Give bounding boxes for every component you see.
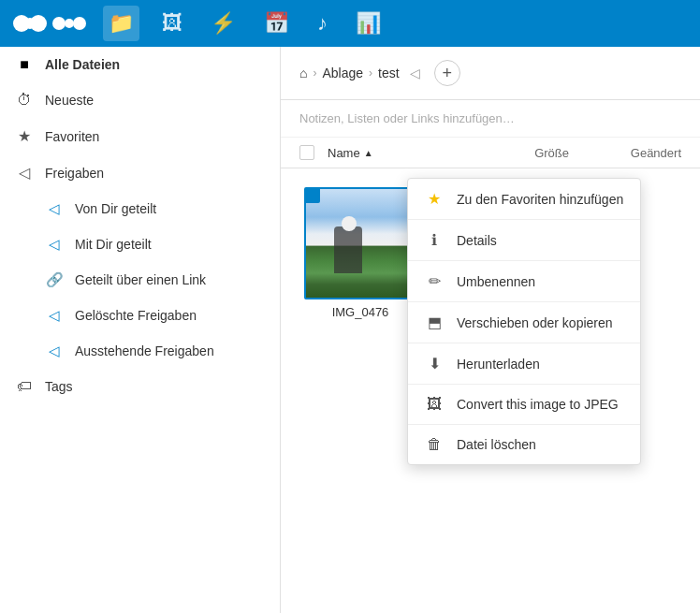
context-menu-item-download[interactable]: ⬇ Herunterladen — [408, 343, 640, 384]
breadcrumb: ⌂ › Ablage › test ◁ + — [281, 47, 700, 100]
trash-icon: 🗑 — [425, 436, 444, 453]
pending-share-icon: ◁ — [45, 343, 64, 359]
sidebar-item-all-files[interactable]: ■ Alle Dateien — [0, 47, 280, 82]
topbar: 📁 🖼 ⚡ 📅 ♪ 📊 — [0, 0, 700, 47]
folder-icon: ■ — [15, 56, 34, 73]
file-name-label: IMG_0476 — [332, 305, 389, 319]
context-menu-item-details[interactable]: ℹ Details — [408, 220, 640, 260]
clock-icon: ⏱ — [15, 92, 34, 109]
breadcrumb-ablage[interactable]: Ablage — [322, 66, 363, 80]
sidebar-item-shared-with-you[interactable]: ◁ Mit Dir geteilt — [19, 226, 280, 262]
image-convert-icon: 🖼 — [425, 396, 444, 413]
breadcrumb-sep-1: › — [313, 66, 316, 80]
sidebar-item-pending-shares[interactable]: ◁ Ausstehende Freigaben — [19, 333, 280, 369]
shares-sub-menu: ◁ Von Dir geteilt ◁ Mit Dir geteilt 🔗 Ge… — [0, 191, 280, 369]
share-by-you-icon: ◁ — [45, 200, 64, 217]
sidebar-item-tags[interactable]: 🏷 Tags — [0, 369, 280, 404]
breadcrumb-home[interactable]: ⌂ — [299, 66, 307, 80]
context-menu-item-delete[interactable]: 🗑 Datei löschen — [408, 425, 640, 464]
sort-icon: ▲ — [364, 148, 373, 158]
context-menu-item-rename[interactable]: ✏ Umbenennen — [408, 261, 640, 301]
size-column-header[interactable]: Größe — [475, 146, 569, 160]
select-all-checkbox[interactable] — [299, 145, 328, 160]
share-with-you-icon: ◁ — [45, 236, 64, 253]
name-column-header[interactable]: Name ▲ — [328, 146, 475, 160]
breadcrumb-sep-2: › — [369, 66, 372, 80]
sidebar-item-recent[interactable]: ⏱ Neueste — [0, 82, 280, 118]
sidebar-item-shared-via-link[interactable]: 🔗 Geteilt über einen Link — [19, 262, 280, 298]
main-content: ⌂ › Ablage › test ◁ + Notizen, Listen od… — [281, 47, 700, 613]
tag-icon: 🏷 — [15, 378, 34, 395]
share-icon: ◁ — [15, 164, 34, 182]
app-logo[interactable] — [9, 11, 86, 36]
favorite-icon: ★ — [425, 190, 444, 208]
stats-nav-icon[interactable]: 📊 — [350, 6, 386, 41]
pencil-icon: ✏ — [425, 272, 444, 290]
breadcrumb-share-icon[interactable]: ◁ — [405, 63, 425, 83]
notes-bar[interactable]: Notizen, Listen oder Links hinzufügen… — [281, 100, 700, 138]
star-icon: ★ — [15, 127, 34, 145]
context-menu-item-convert-jpeg[interactable]: 🖼 Convert this image to JPEG — [408, 385, 640, 424]
sidebar-item-favorites[interactable]: ★ Favoriten — [0, 118, 280, 154]
deleted-share-icon: ◁ — [45, 307, 64, 324]
calendar-nav-icon[interactable]: 📅 — [258, 6, 295, 41]
main-layout: ■ Alle Dateien ⏱ Neueste ★ Favoriten ◁ F… — [0, 47, 700, 613]
music-nav-icon[interactable]: ♪ — [312, 6, 333, 41]
file-item-img0476[interactable]: IMG_0476 — [299, 187, 421, 319]
files-nav-icon[interactable]: 📁 — [103, 6, 139, 41]
info-icon: ℹ — [425, 231, 444, 249]
breadcrumb-add-button[interactable]: + — [434, 60, 460, 86]
link-icon: 🔗 — [45, 271, 64, 288]
download-icon: ⬇ — [425, 355, 444, 372]
activity-nav-icon[interactable]: ⚡ — [205, 6, 241, 41]
sidebar: ■ Alle Dateien ⏱ Neueste ★ Favoriten ◁ F… — [0, 47, 281, 613]
file-checkbox[interactable] — [304, 187, 320, 203]
changed-column-header[interactable]: Geändert — [569, 146, 681, 160]
gallery-nav-icon[interactable]: 🖼 — [156, 6, 188, 41]
sidebar-item-deleted-shares[interactable]: ◁ Gelöschte Freigaben — [19, 298, 280, 333]
context-menu: ★ Zu den Favoriten hinzufügen ℹ Details … — [407, 178, 641, 465]
context-menu-item-add-favorite[interactable]: ★ Zu den Favoriten hinzufügen — [408, 179, 640, 219]
sidebar-item-shares[interactable]: ◁ Freigaben — [0, 154, 280, 191]
move-icon: ⬒ — [425, 314, 444, 331]
breadcrumb-test[interactable]: test — [378, 66, 400, 80]
file-list-header: Name ▲ Größe Geändert — [281, 138, 700, 168]
context-menu-item-move-copy[interactable]: ⬒ Verschieben oder kopieren — [408, 302, 640, 343]
svg-point-2 — [30, 15, 47, 32]
file-thumbnail — [304, 187, 416, 299]
sidebar-item-shared-by-you[interactable]: ◁ Von Dir geteilt — [19, 191, 280, 226]
file-area: IMG_0476 ★ Zu den Favoriten hinzufügen ℹ… — [281, 168, 700, 613]
